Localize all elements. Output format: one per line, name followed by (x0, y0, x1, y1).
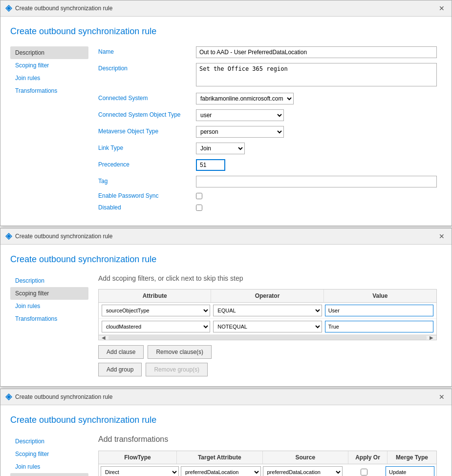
scoping-instructions: Add scoping filters, or click next to sk… (98, 274, 437, 282)
close-button-3[interactable]: ✕ (437, 392, 447, 402)
flowtype-header: FlowType (99, 451, 177, 464)
source-select-1[interactable]: preferredDataLocation (263, 466, 343, 476)
connected-system-control: fabrikamonline.onmicrosoft.com (196, 93, 437, 104)
disabled-checkbox[interactable] (196, 205, 202, 211)
connected-object-type-select[interactable]: user (196, 109, 284, 121)
remove-clause-button[interactable]: Remove clause(s) (148, 345, 212, 359)
merge-type-header: Merge Type (387, 451, 436, 464)
value-header: Value (324, 290, 436, 302)
sidebar-3: Description Scoping filter Join rules Tr… (10, 435, 88, 476)
filter-table-wrapper: Attribute Operator Value sourceObjectTyp… (98, 289, 437, 340)
sidebar-item-transformations-2[interactable]: Transformations (10, 312, 88, 325)
merge-type-input-1[interactable] (386, 466, 434, 476)
name-control (196, 46, 437, 58)
transform-header: FlowType Target Attribute Source Apply O… (99, 451, 436, 464)
window-3-content: Create outbound synchronization rule Des… (0, 405, 452, 476)
link-type-control: Join (196, 143, 437, 154)
connected-object-type-row: Connected System Object Type user (98, 109, 437, 121)
link-type-select[interactable]: Join (196, 143, 245, 154)
description-row: Description Set the Office 365 region (98, 63, 437, 88)
title-bar-3: Create outbound synchronization rule ✕ (0, 389, 452, 405)
link-type-row: Link Type Join (98, 143, 437, 154)
tag-input[interactable] (196, 176, 437, 187)
metaverse-object-type-label: Metaverse Object Type (98, 126, 196, 135)
add-group-button[interactable]: Add group (98, 363, 142, 376)
filter-value-1[interactable] (325, 305, 433, 316)
sidebar-item-scoping-1[interactable]: Scoping filter (10, 59, 88, 72)
link-type-label: Link Type (98, 143, 196, 151)
sidebar-item-joinrules-1[interactable]: Join rules (10, 72, 88, 84)
close-button-1[interactable]: ✕ (437, 3, 447, 13)
remove-group-button[interactable]: Remove group(s) (146, 363, 208, 376)
sidebar-item-scoping-2[interactable]: Scoping filter (10, 287, 88, 300)
title-bar-2: Create outbound synchronization rule ✕ (0, 228, 452, 245)
flowtype-select-1[interactable]: Direct (101, 466, 179, 476)
window-2: Create outbound synchronization rule ✕ C… (0, 228, 452, 387)
connected-system-label: Connected System (98, 93, 196, 102)
filter-value-2[interactable] (325, 321, 433, 332)
disabled-row: Disabled (98, 204, 437, 211)
title-bar-text-3: Create outbound synchronization rule (15, 393, 434, 400)
app-icon-1 (5, 5, 12, 12)
connected-object-type-label: Connected System Object Type (98, 109, 196, 118)
main-layout-3: Description Scoping filter Join rules Tr… (10, 435, 437, 476)
clause-btn-row: Add clause Remove clause(s) (98, 345, 437, 359)
metaverse-object-type-row: Metaverse Object Type person (98, 126, 437, 138)
target-attr-header: Target Attribute (177, 451, 263, 464)
filter-attribute-2[interactable]: cloudMastered (102, 321, 210, 332)
sidebar-1: Description Scoping filter Join rules Tr… (10, 46, 88, 216)
precedence-control (196, 159, 437, 171)
filter-attribute-1[interactable]: sourceObjectType (102, 305, 210, 316)
close-button-2[interactable]: ✕ (437, 231, 447, 241)
filter-row-1: sourceObjectType EQUAL (99, 303, 436, 319)
scoping-form-area: Add scoping filters, or click next to sk… (98, 274, 437, 376)
tag-row: Tag (98, 176, 437, 187)
sidebar-item-joinrules-2[interactable]: Join rules (10, 300, 88, 312)
enable-password-sync-label: Enable Password Sync (98, 192, 196, 199)
sidebar-item-transformations-3[interactable]: Transformations (10, 473, 88, 476)
main-layout-2: Description Scoping filter Join rules Tr… (10, 274, 437, 376)
tag-control (196, 176, 437, 187)
connected-system-row: Connected System fabrikamonline.onmicros… (98, 93, 437, 104)
apply-or-checkbox-1[interactable] (361, 469, 367, 476)
description-textarea[interactable]: Set the Office 365 region (196, 63, 437, 86)
transformations-title: Add transformations (98, 435, 437, 444)
precedence-row: Precedence (98, 159, 437, 171)
group-btn-row: Add group Remove group(s) (98, 363, 437, 376)
window-1: Create outbound synchronization rule ✕ C… (0, 0, 452, 226)
name-row: Name (98, 46, 437, 58)
filter-table-header: Attribute Operator Value (99, 290, 436, 303)
apply-or-header: Apply Or (348, 451, 387, 464)
window-1-content: Create outbound synchronization rule Des… (0, 17, 452, 226)
apply-or-cell (344, 469, 384, 476)
name-input[interactable] (196, 46, 437, 58)
metaverse-object-type-select[interactable]: person (196, 126, 284, 138)
title-bar-1: Create outbound synchronization rule ✕ (0, 0, 452, 17)
sidebar-item-transformations-1[interactable]: Transformations (10, 84, 88, 97)
precedence-input[interactable] (196, 159, 225, 171)
sidebar-item-scoping-3[interactable]: Scoping filter (10, 448, 88, 460)
filter-operator-1[interactable]: EQUAL (213, 305, 322, 316)
add-clause-button[interactable]: Add clause (98, 345, 144, 359)
source-header: Source (263, 451, 349, 464)
sidebar-item-joinrules-3[interactable]: Join rules (10, 460, 88, 473)
enable-password-sync-row: Enable Password Sync (98, 192, 437, 199)
transform-row-1: Direct preferredDataLocation preferredDa… (99, 464, 436, 476)
scroll-right-icon[interactable]: ▶ (429, 335, 434, 340)
attribute-header: Attribute (99, 290, 211, 302)
sidebar-item-description-2[interactable]: Description (10, 274, 88, 287)
app-icon-2 (5, 233, 12, 240)
sidebar-item-description-1[interactable]: Description (10, 46, 88, 59)
sidebar-2: Description Scoping filter Join rules Tr… (10, 274, 88, 376)
description-control: Set the Office 365 region (196, 63, 437, 88)
connected-system-select[interactable]: fabrikamonline.onmicrosoft.com (196, 93, 294, 104)
filter-operator-2[interactable]: NOTEQUAL (213, 321, 322, 332)
page-title-1: Create outbound synchronization rule (10, 26, 437, 37)
window-2-content: Create outbound synchronization rule Des… (0, 245, 452, 386)
target-attr-select-1[interactable]: preferredDataLocation (181, 466, 261, 476)
title-bar-text-1: Create outbound synchronization rule (15, 5, 434, 12)
scroll-left-icon[interactable]: ◀ (101, 335, 107, 340)
enable-password-sync-checkbox[interactable] (196, 193, 202, 199)
sidebar-item-description-3[interactable]: Description (10, 435, 88, 448)
window-3: Create outbound synchronization rule ✕ C… (0, 389, 452, 476)
